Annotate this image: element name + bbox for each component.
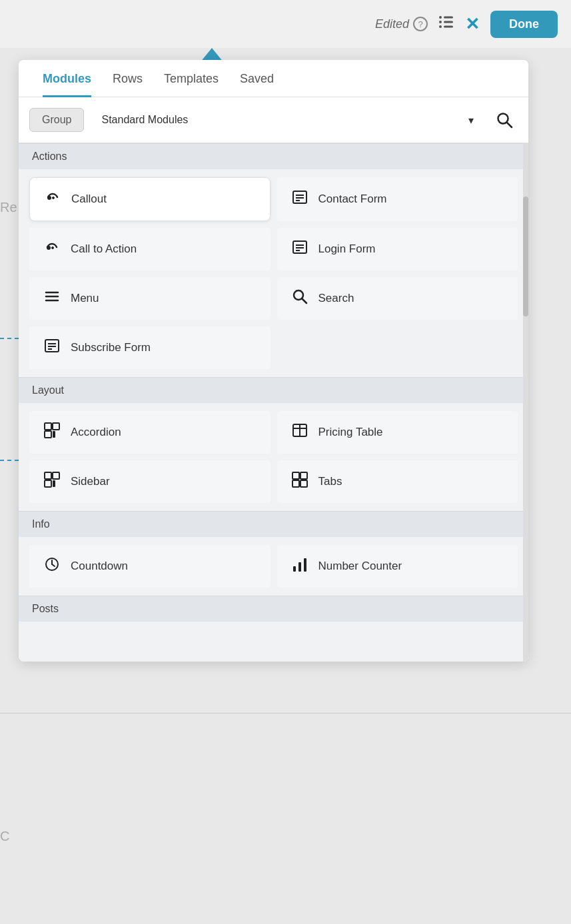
module-accordion[interactable]: Accordion [29,411,271,454]
dropdown-value: Standard Modules [101,114,188,126]
scrollbar-track[interactable] [523,143,528,662]
call-to-action-icon [43,238,61,260]
svg-rect-30 [53,423,59,430]
help-icon[interactable]: ? [413,17,428,31]
edited-status: Edited ? [375,17,428,31]
section-posts-header: Posts [19,596,528,622]
call-to-action-label: Call to Action [71,242,137,256]
module-search[interactable]: Search [277,277,518,320]
svg-rect-37 [53,472,59,479]
top-bar: Edited ? ✕ Done [0,0,571,48]
search-module-icon [290,288,309,309]
callout-icon [43,189,62,210]
accordion-label: Accordion [71,426,121,439]
svg-line-7 [507,123,512,127]
contact-form-label: Contact Form [318,193,387,206]
accordion-icon [43,422,61,443]
section-info-header: Info [19,511,528,537]
module-sidebar[interactable]: Sidebar [29,460,271,503]
svg-point-0 [439,16,442,19]
edited-text: Edited [375,17,409,31]
module-tabs[interactable]: Tabs [277,460,518,503]
scrollbar-thumb[interactable] [523,197,528,316]
tab-templates[interactable]: Templates [164,72,219,97]
module-call-to-action[interactable]: Call to Action [29,228,271,270]
svg-rect-43 [300,480,307,487]
svg-point-9 [53,197,55,199]
modules-content: Actions Callout [19,143,528,662]
section-layout-header: Layout [19,377,528,403]
svg-line-24 [302,299,306,304]
done-button[interactable]: Done [490,11,558,38]
number-counter-label: Number Counter [318,560,402,573]
pricing-table-label: Pricing Table [318,426,383,439]
search-label: Search [318,292,354,305]
tabs-label: Tabs [318,475,342,488]
chevron-down-icon: ▾ [468,114,474,127]
subscribe-form-label: Subscribe Form [71,341,151,354]
number-counter-icon [290,556,309,577]
countdown-icon [43,556,61,577]
list-icon[interactable] [438,15,454,33]
svg-rect-39 [53,480,55,487]
svg-rect-42 [292,480,299,487]
svg-rect-29 [45,423,51,430]
svg-rect-32 [53,431,55,438]
tab-modules[interactable]: Modules [43,72,91,97]
tab-saved[interactable]: Saved [240,72,274,97]
module-countdown[interactable]: Countdown [29,545,271,588]
menu-icon [43,288,61,309]
svg-line-46 [52,564,55,566]
dashed-line-top [0,338,19,339]
sidebar-label: Sidebar [71,475,110,488]
search-button[interactable] [491,107,518,133]
horizontal-divider [0,713,571,713]
svg-rect-3 [444,21,453,23]
section-actions-header: Actions [19,143,528,169]
sidebar-icon [43,471,61,492]
svg-rect-38 [45,480,51,487]
svg-point-8 [47,196,51,200]
subscribe-form-icon [43,337,61,358]
dashed-line-bottom [0,460,19,461]
svg-point-14 [47,246,51,250]
filter-bar: Group Standard Modules ▾ [19,97,528,143]
tab-rows[interactable]: Rows [113,72,143,97]
close-icon[interactable]: ✕ [465,14,480,35]
svg-rect-31 [45,431,51,438]
svg-rect-49 [304,558,306,572]
tabs-icon [290,471,309,492]
svg-rect-5 [444,26,453,28]
contact-form-icon [290,189,309,210]
module-menu[interactable]: Menu [29,277,271,320]
svg-rect-36 [45,472,51,479]
module-contact-form[interactable]: Contact Form [277,177,518,221]
callout-label: Callout [71,193,107,206]
tabs-header: Modules Rows Templates Saved [19,60,528,97]
login-form-icon [290,238,309,260]
module-login-form[interactable]: Login Form [277,228,518,270]
svg-rect-48 [298,562,301,572]
svg-rect-40 [292,472,299,479]
module-pricing-table[interactable]: Pricing Table [277,411,518,454]
module-callout[interactable]: Callout [29,177,271,221]
svg-point-2 [439,21,442,23]
module-number-counter[interactable]: Number Counter [277,545,518,588]
countdown-label: Countdown [71,560,128,573]
svg-point-4 [439,25,442,28]
login-form-label: Login Form [318,242,376,256]
bg-c-text: C [0,829,9,844]
bg-re-text: Re [0,200,17,215]
pricing-table-icon [290,422,309,443]
svg-rect-1 [444,17,453,19]
group-button[interactable]: Group [29,108,84,132]
module-group-dropdown[interactable]: Standard Modules ▾ [91,109,484,132]
svg-rect-41 [300,472,307,479]
svg-rect-47 [293,566,296,572]
module-subscribe-form[interactable]: Subscribe Form [29,326,271,369]
menu-label: Menu [71,292,99,305]
modules-panel: Modules Rows Templates Saved Group Stand… [19,60,528,662]
svg-point-15 [52,247,54,249]
